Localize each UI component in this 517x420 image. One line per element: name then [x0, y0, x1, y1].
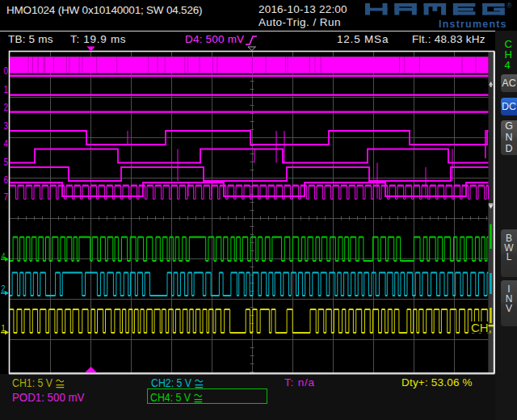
svg-text:CH,: CH,	[471, 321, 492, 334]
svg-text:1: 1	[4, 83, 8, 95]
svg-text:2: 2	[4, 101, 8, 113]
svg-text:6: 6	[4, 174, 8, 186]
svg-text:5: 5	[4, 156, 8, 168]
svg-text:1: 1	[2, 323, 6, 333]
svg-text:4: 4	[4, 137, 8, 149]
svg-text:3: 3	[4, 120, 8, 132]
svg-text:0: 0	[4, 65, 8, 77]
svg-text:2: 2	[2, 284, 6, 293]
svg-text:7: 7	[4, 191, 8, 203]
